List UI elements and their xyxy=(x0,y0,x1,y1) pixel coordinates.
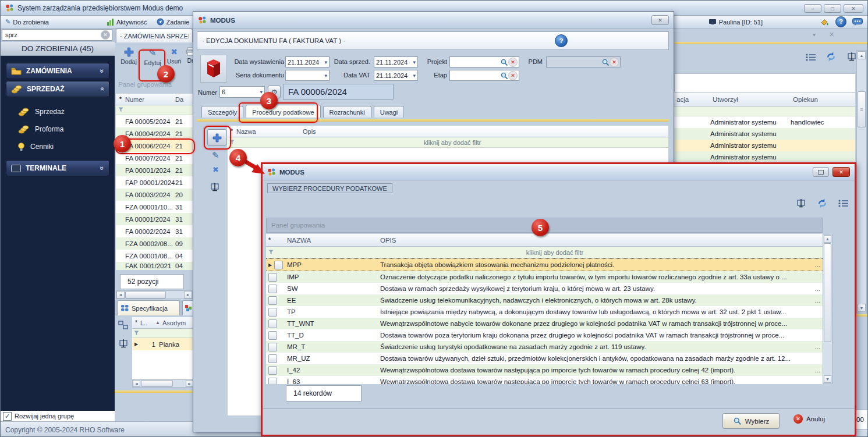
procedure-row[interactable]: I_63 Wewnątrzwspólnotowa dostawa towarów… xyxy=(266,376,823,384)
orders-hscrollbar[interactable]: ◄ ► xyxy=(116,290,193,299)
table-row[interactable]: Administrator systemuhandlowiec xyxy=(674,116,855,128)
right-table-header[interactable]: acja Utworzył Opiekun xyxy=(674,93,855,106)
procedures-table-header[interactable]: * NAZWA OPIS xyxy=(266,234,823,247)
scroll-thumb[interactable] xyxy=(141,380,173,387)
order-row[interactable]: FZA 00002/08...09 xyxy=(116,237,193,250)
scroll-up-icon[interactable]: ▲ xyxy=(858,51,866,59)
paint-icon[interactable] xyxy=(820,18,830,26)
scroll-down-icon[interactable]: ▼ xyxy=(858,304,866,312)
orders-filter-row[interactable] xyxy=(116,105,193,115)
order-row[interactable]: FA 00002/202431 xyxy=(116,225,193,237)
edit-procedure-icon[interactable]: ✎ xyxy=(212,150,219,161)
column-data[interactable]: Da xyxy=(175,96,193,103)
procedure-row[interactable]: TT_WNT Wewnątrzwspólnotowe nabycie towar… xyxy=(266,318,823,329)
column-opis[interactable]: Opis xyxy=(303,128,668,135)
row-checkbox[interactable] xyxy=(268,331,277,340)
clear-icon[interactable]: ✕ xyxy=(508,58,518,67)
tab-zamowienia-sprzedazy[interactable]: · ZAMÓWIENIA SPRZED xyxy=(116,29,193,42)
panel-collapse-icon[interactable]: ▾ xyxy=(813,31,816,38)
sidebar-group-sprzedaz[interactable]: SPRZEDAŻ » xyxy=(6,81,109,97)
search-icon[interactable] xyxy=(601,58,610,66)
star-header-icon[interactable]: * xyxy=(266,237,287,243)
column-utworzyl[interactable]: Utworzył xyxy=(713,96,793,103)
row-checkbox[interactable] xyxy=(268,378,277,385)
add-button[interactable]: Dodaj xyxy=(118,47,139,65)
search-icon[interactable] xyxy=(500,72,508,80)
sidebar-item-cenniki[interactable]: Cenniki xyxy=(1,138,115,155)
procedure-row[interactable]: SW Dostawa w ramach sprzedaży wysyłkowej… xyxy=(266,283,823,294)
refresh-icon[interactable] xyxy=(817,198,828,209)
procedure-row[interactable]: MR_UZ Dostawa towarów używanych, dzieł s… xyxy=(266,353,823,364)
order-row[interactable]: FA 00005/202421 xyxy=(116,115,193,127)
help-icon[interactable]: ? xyxy=(555,34,568,47)
search-input[interactable] xyxy=(4,31,101,39)
select-region-icon[interactable] xyxy=(210,183,220,193)
orders-grid-header[interactable]: * Numer Da xyxy=(116,94,193,105)
tab-rozrachunki[interactable]: Rozrachunki xyxy=(323,106,371,118)
scroll-thumb[interactable] xyxy=(125,291,166,299)
close-button[interactable]: ✕ xyxy=(844,4,863,13)
column-lp[interactable]: L.. xyxy=(140,319,155,326)
order-row[interactable]: FA 00003/202420 xyxy=(116,189,193,201)
current-user[interactable]: Paulina [ID: 51] xyxy=(704,16,767,28)
spec-grid-header[interactable]: * L.. ▲ Asortym xyxy=(132,317,194,329)
column-opis[interactable]: OPIS xyxy=(380,237,823,244)
table-row[interactable]: Administrator systemu xyxy=(674,128,855,140)
menu-task[interactable]: Zadanie xyxy=(152,16,194,28)
row-checkbox[interactable] xyxy=(268,366,277,375)
scroll-thumb[interactable]: ≡ xyxy=(858,91,866,127)
column-opiekun[interactable]: Opiekun xyxy=(793,96,855,103)
sidebar-group-terminale[interactable]: TERMINALE » xyxy=(6,160,109,176)
order-row[interactable]: FAP 00001/202421 xyxy=(116,176,193,189)
dialog-close-button[interactable]: ✕ xyxy=(832,167,850,177)
tab-partial[interactable] xyxy=(182,300,194,315)
pdm-field[interactable]: ✕ xyxy=(546,56,621,67)
procedures-filter-row[interactable]: kliknij aby dodać filtr xyxy=(266,247,823,258)
dialog-titlebar[interactable]: MODUS ✕ xyxy=(263,164,855,180)
scroll-right-icon[interactable]: ► xyxy=(184,291,192,299)
select-region-icon[interactable] xyxy=(796,199,806,209)
scroll-left-icon[interactable]: ◄ xyxy=(116,291,125,299)
column-nazwa[interactable]: NAZWA xyxy=(287,237,380,244)
expand-group-checkbox[interactable]: ✓ xyxy=(3,412,12,421)
list-settings-icon[interactable] xyxy=(805,53,816,63)
spec-hscrollbar[interactable]: ◄ ► xyxy=(132,379,194,388)
menu-todo[interactable]: ✎ Do zrobienia xyxy=(1,16,91,28)
order-row[interactable]: FZA 00001/10...31 xyxy=(116,201,193,213)
column-numer[interactable]: Numer xyxy=(125,96,175,103)
menu-activity[interactable]: Aktywność xyxy=(102,16,152,28)
star-header-icon[interactable]: * xyxy=(132,319,140,326)
procedure-row[interactable]: I_42 Wewnątrzwspólnotowa dostawa towarów… xyxy=(266,364,823,376)
select-region-icon[interactable] xyxy=(846,52,857,63)
scroll-thumb[interactable] xyxy=(824,243,831,342)
dialog-close-button[interactable]: ✕ xyxy=(651,15,669,25)
projekt-field[interactable]: ✕ xyxy=(449,56,519,67)
help-icon[interactable]: ? xyxy=(835,16,846,27)
right-filter-row[interactable] xyxy=(674,106,855,116)
minimize-button[interactable]: – xyxy=(804,4,821,13)
tab-uwagi[interactable]: Uwagi xyxy=(374,106,405,118)
procedure-row[interactable]: TP Istniejące powiązania między nabywcą,… xyxy=(266,306,823,318)
spec-select-icon[interactable] xyxy=(118,339,129,350)
dialog-restore-button[interactable] xyxy=(813,167,829,177)
sidebar-item-sprzedaz[interactable]: Sprzedaż xyxy=(1,103,115,120)
data-vat-combo[interactable]: 21.11.2024 ▾ xyxy=(374,70,418,81)
etap-field[interactable]: ✕ xyxy=(449,70,519,81)
tab-szczegoly[interactable]: Szczegóły xyxy=(201,106,243,118)
refresh-icon[interactable] xyxy=(826,52,837,63)
numer-combo[interactable]: 6 ▾ xyxy=(219,86,265,98)
row-checkbox[interactable] xyxy=(268,296,277,305)
procedures-filter-row[interactable]: kliknij aby dodać filtr xyxy=(227,137,668,148)
order-row[interactable]: FAK 0001/202104 xyxy=(116,262,193,270)
column-nazwa[interactable]: Nazwa xyxy=(236,128,303,135)
row-checkbox[interactable] xyxy=(268,285,277,293)
order-row[interactable]: FA 00001/202431 xyxy=(116,213,193,225)
table-row[interactable]: Administrator systemu xyxy=(674,151,855,163)
seria-combo[interactable]: ▾ xyxy=(285,70,330,81)
dialog-titlebar[interactable]: MODUS ✕ xyxy=(193,12,674,29)
delete-procedure-icon[interactable]: ✖ xyxy=(212,165,219,174)
scroll-up-icon[interactable]: ▲ xyxy=(824,235,831,243)
procedures-grid-header[interactable]: * Nazwa Opis xyxy=(227,126,668,137)
order-row[interactable]: FZA 00001/08...04 xyxy=(116,250,193,262)
row-checkbox[interactable] xyxy=(268,273,277,282)
